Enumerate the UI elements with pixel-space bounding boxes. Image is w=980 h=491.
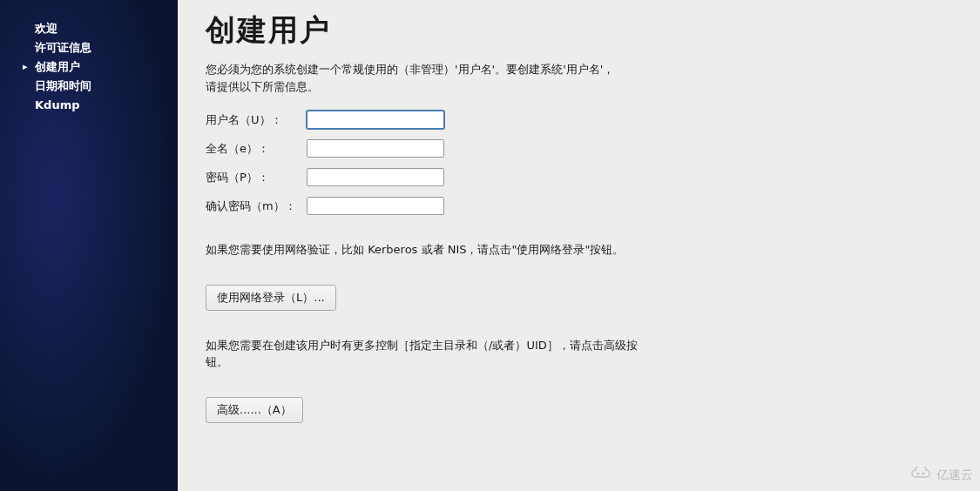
sidebar: 欢迎 许可证信息 创建用户 日期和时间 Kdump <box>0 0 178 491</box>
form-row-username: 用户名（U）： <box>206 111 952 129</box>
sidebar-item-label: 许可证信息 <box>35 41 91 54</box>
sidebar-item-create-user[interactable]: 创建用户 <box>0 57 178 77</box>
form-row-confirm: 确认密码（m）： <box>206 197 952 215</box>
sidebar-item-label: Kdump <box>35 98 80 111</box>
sidebar-item-welcome[interactable]: 欢迎 <box>0 19 178 38</box>
sidebar-item-label: 创建用户 <box>35 60 80 73</box>
main-content: 创建用户 您必须为您的系统创建一个常规使用的（非管理）'用户名'。要创建系统'用… <box>178 0 980 491</box>
fullname-input[interactable] <box>307 139 444 158</box>
form-row-fullname: 全名（e）： <box>206 139 952 158</box>
advanced-info: 如果您需要在创建该用户时有更多控制［指定主目录和（/或者）UID］，请点击高级按… <box>206 337 641 371</box>
confirm-password-input[interactable] <box>307 197 444 215</box>
confirm-password-label: 确认密码（m）： <box>206 198 307 214</box>
sidebar-item-label: 欢迎 <box>35 22 57 35</box>
network-login-info: 如果您需要使用网络验证，比如 Kerberos 或者 NIS，请点击"使用网络登… <box>206 241 641 259</box>
sidebar-item-kdump[interactable]: Kdump <box>0 96 178 115</box>
form-row-password: 密码（P）： <box>206 168 952 186</box>
sidebar-item-license[interactable]: 许可证信息 <box>0 38 178 57</box>
sidebar-item-datetime[interactable]: 日期和时间 <box>0 77 178 96</box>
page-description: 您必须为您的系统创建一个常规使用的（非管理）'用户名'。要创建系统'用户名'，请… <box>206 61 615 95</box>
sidebar-item-label: 日期和时间 <box>35 79 91 92</box>
username-input[interactable] <box>307 111 444 129</box>
password-input[interactable] <box>307 168 444 186</box>
password-label: 密码（P）： <box>206 170 307 185</box>
fullname-label: 全名（e）： <box>206 141 307 157</box>
username-label: 用户名（U）： <box>206 112 307 128</box>
page-title: 创建用户 <box>206 10 952 50</box>
advanced-button[interactable]: 高级......（A） <box>206 397 303 423</box>
network-login-button[interactable]: 使用网络登录（L）... <box>206 285 336 311</box>
